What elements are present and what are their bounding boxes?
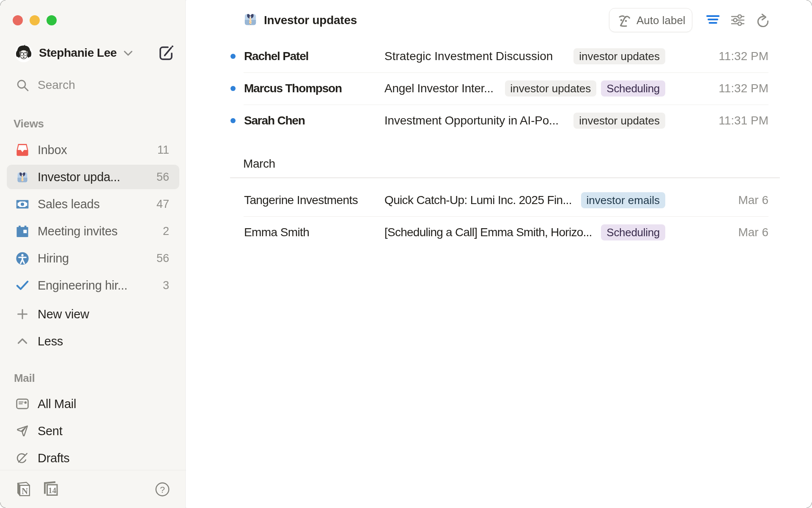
svg-text:14: 14: [48, 486, 57, 495]
svg-text:?: ?: [160, 485, 165, 494]
svg-text:N: N: [22, 486, 28, 496]
